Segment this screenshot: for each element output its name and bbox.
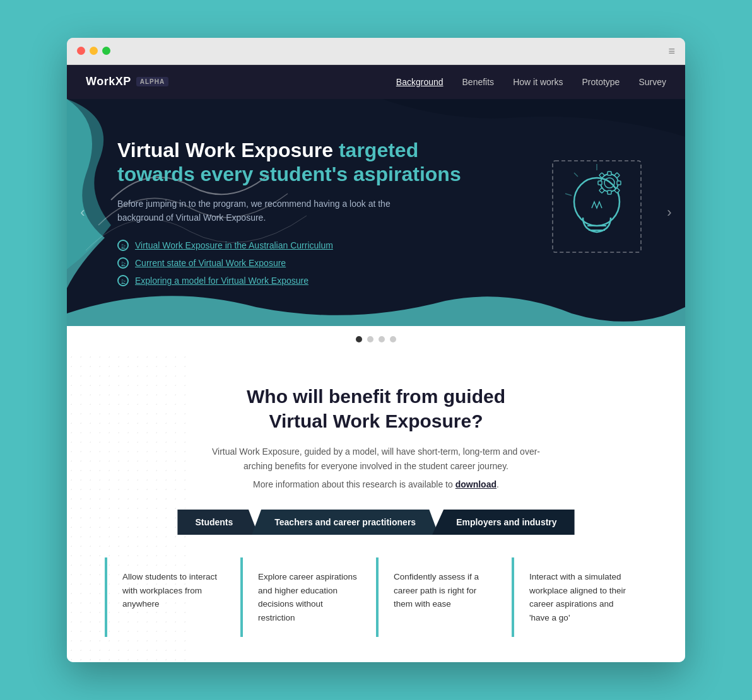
benefit-card-1: Allow students to interact with workplac… xyxy=(105,557,240,637)
hero-link-3[interactable]: Exploring a model for Virtual Work Expos… xyxy=(117,275,483,286)
benefit-card-text-2: Explore career aspirations and higher ed… xyxy=(258,570,361,624)
nav-bar: WorkXP ALPHA Background Benefits How it … xyxy=(67,65,685,99)
hero-subtitle: Before jumping in to the program, we rec… xyxy=(117,197,433,225)
nav-link-how-it-works[interactable]: How it works xyxy=(513,77,563,87)
benefit-card-text-1: Allow students to interact with workplac… xyxy=(122,570,225,611)
nav-links: Background Benefits How it works Prototy… xyxy=(396,77,666,87)
benefit-card-2: Explore career aspirations and higher ed… xyxy=(240,557,376,637)
close-dot[interactable] xyxy=(77,47,85,55)
svg-rect-0 xyxy=(553,161,641,252)
benefits-subtitle: Virtual Work Exposure, guided by a model… xyxy=(206,445,546,475)
svg-line-15 xyxy=(574,173,578,177)
svg-rect-9 xyxy=(598,181,602,185)
logo-text: WorkXP xyxy=(86,75,131,88)
nav-link-prototype[interactable]: Prototype xyxy=(582,77,620,87)
svg-line-16 xyxy=(565,194,572,195)
carousel-arrow-right[interactable]: › xyxy=(660,200,679,225)
svg-point-5 xyxy=(604,178,614,188)
hero-link-arrow-3 xyxy=(117,275,129,286)
svg-rect-11 xyxy=(599,187,604,192)
nav-link-benefits[interactable]: Benefits xyxy=(462,77,495,87)
browser-chrome: ≡ xyxy=(67,38,685,65)
carousel-dot-1[interactable] xyxy=(356,336,362,342)
nav-link-survey[interactable]: Survey xyxy=(638,77,666,87)
svg-rect-8 xyxy=(617,181,621,185)
benefit-cards: Allow students to interact with workplac… xyxy=(105,557,647,637)
hero-link-arrow-2 xyxy=(117,257,129,269)
nav-link-background[interactable]: Background xyxy=(396,77,444,87)
benefit-card-text-3: Confidently assess if a career path is r… xyxy=(394,570,496,611)
benefit-card-4: Interact with a simulated workplace alig… xyxy=(512,557,647,637)
benefits-download: More information about this research is … xyxy=(105,479,647,489)
benefits-section: Who will benefit from guided Virtual Wor… xyxy=(67,353,685,663)
carousel-dot-2[interactable] xyxy=(367,336,373,342)
browser-window: ≡ WorkXP ALPHA Background Benefits How i… xyxy=(67,38,685,663)
hero-link-2[interactable]: Current state of Virtual Work Exposure xyxy=(117,257,483,269)
svg-rect-6 xyxy=(608,172,611,175)
hero-title: Virtual Work Exposure targeted towards e… xyxy=(117,138,483,187)
category-tabs: Students Teachers and career practitione… xyxy=(105,510,647,535)
category-tab-employers[interactable]: Employers and industry xyxy=(432,510,574,535)
browser-dots xyxy=(77,47,110,55)
category-tab-teachers[interactable]: Teachers and career practitioners xyxy=(252,510,438,535)
benefits-title-line1: Who will benefit from guided xyxy=(247,386,505,407)
carousel-dots xyxy=(67,326,685,353)
nav-logo: WorkXP ALPHA xyxy=(86,75,168,88)
svg-point-1 xyxy=(574,178,620,226)
hero-link-arrow-1 xyxy=(117,240,129,251)
hero-link-label-2: Current state of Virtual Work Exposure xyxy=(135,258,286,268)
category-tab-students[interactable]: Students xyxy=(177,510,258,535)
benefit-card-3: Confidently assess if a career path is r… xyxy=(376,557,512,637)
hero-link-label-1: Virtual Work Exposure in the Australian … xyxy=(135,240,333,250)
hero-links: Virtual Work Exposure in the Australian … xyxy=(117,240,483,286)
benefits-title: Who will benefit from guided Virtual Wor… xyxy=(105,384,647,433)
svg-rect-13 xyxy=(599,172,604,177)
hero-illustration xyxy=(546,158,647,267)
carousel-dot-3[interactable] xyxy=(379,336,385,342)
svg-rect-7 xyxy=(608,190,611,194)
hero-link-1[interactable]: Virtual Work Exposure in the Australian … xyxy=(117,240,483,251)
carousel-dot-4[interactable] xyxy=(390,336,396,342)
benefit-card-text-4: Interact with a simulated workplace alig… xyxy=(529,570,632,624)
hero-content: Virtual Work Exposure targeted towards e… xyxy=(117,138,483,287)
carousel-arrow-left[interactable]: ‹ xyxy=(73,200,92,225)
maximize-dot[interactable] xyxy=(102,47,110,55)
alpha-badge: ALPHA xyxy=(136,77,168,86)
benefits-title-line2: Virtual Work Exposure? xyxy=(269,411,483,431)
minimize-dot[interactable] xyxy=(90,47,98,55)
hero-link-label-3: Exploring a model for Virtual Work Expos… xyxy=(135,276,308,286)
download-link[interactable]: download xyxy=(455,479,496,489)
hero-title-white: Virtual Work Exposure xyxy=(117,139,339,161)
browser-menu-icon[interactable]: ≡ xyxy=(668,45,675,57)
svg-rect-10 xyxy=(614,172,620,177)
hero-section: ‹ Virtual Work Exposure targeted towards… xyxy=(67,99,685,326)
